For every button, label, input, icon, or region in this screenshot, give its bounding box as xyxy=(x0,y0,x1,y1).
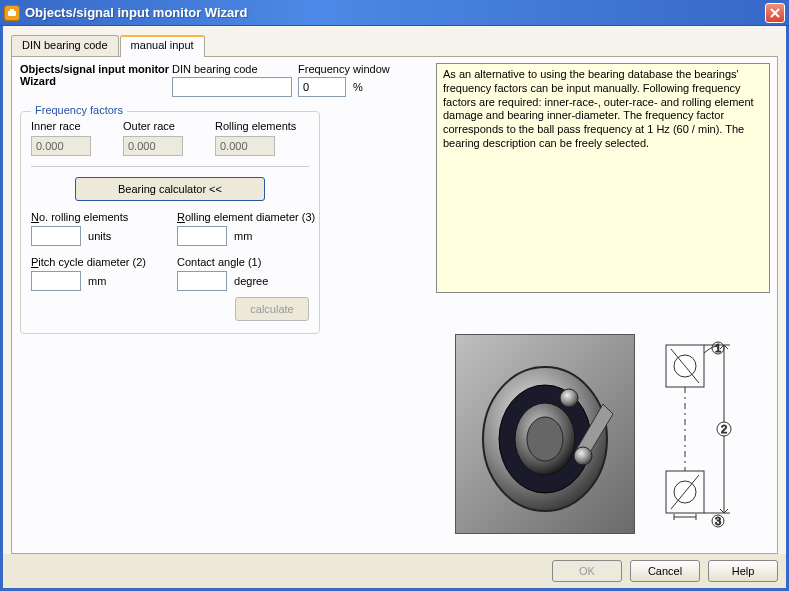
rolling-elements-label: Rolling elements xyxy=(215,120,296,132)
app-icon xyxy=(4,5,20,21)
no-rolling-label: No. rolling elements xyxy=(31,211,171,223)
inner-race-input xyxy=(31,136,91,156)
no-rolling-cell: No. rolling elements units xyxy=(31,211,171,246)
contact-label: Contact angle (1) xyxy=(177,256,317,268)
pitch-unit: mm xyxy=(88,275,106,287)
freq-window-block: Frequency window % xyxy=(298,63,390,97)
outer-race-input xyxy=(123,136,183,156)
outer-race-col: Outer race xyxy=(123,120,183,156)
svg-rect-0 xyxy=(8,11,16,16)
roll-diam-unit: mm xyxy=(234,230,252,242)
diagram-mark-3: 3 xyxy=(715,515,721,527)
no-rolling-unit: units xyxy=(88,230,111,242)
bearing-diagram-svg: 1 3 xyxy=(646,339,746,529)
pitch-cell: Pitch cycle diameter (2) mm xyxy=(31,256,171,291)
bearing-calculator-button[interactable]: Bearing calculator << xyxy=(75,177,265,201)
header-row: Objects/signal input monitor Wizard DIN … xyxy=(20,63,430,97)
window: Objects/signal input monitor Wizard DIN … xyxy=(0,0,789,591)
no-rolling-input[interactable] xyxy=(31,226,81,246)
frequency-factors-group: Frequency factors Inner race Outer race … xyxy=(20,111,320,334)
left-column: Objects/signal input monitor Wizard DIN … xyxy=(20,63,430,334)
bearing-photo-svg xyxy=(465,344,625,524)
tab-din-bearing-code[interactable]: DIN bearing code xyxy=(11,35,119,57)
outer-race-label: Outer race xyxy=(123,120,183,132)
wizard-title: Objects/signal input monitor Wizard xyxy=(20,63,172,87)
bearing-diagram: 1 3 xyxy=(641,334,751,534)
rolling-elements-input xyxy=(215,136,275,156)
calculate-button: calculate xyxy=(235,297,309,321)
bearing-photo xyxy=(455,334,635,534)
inner-race-col: Inner race xyxy=(31,120,91,156)
diagram-mark-2: 2 xyxy=(721,423,727,435)
button-bar: OK Cancel Help xyxy=(3,554,786,588)
svg-point-7 xyxy=(527,417,563,461)
roll-diam-label: Rolling element diameter (3) xyxy=(177,211,317,223)
outer-panel: DIN bearing code manual input Objects/si… xyxy=(0,26,789,591)
inner-race-label: Inner race xyxy=(31,120,91,132)
help-text: As an alternative to using the bearing d… xyxy=(436,63,770,293)
pitch-input[interactable] xyxy=(31,271,81,291)
roll-diam-input[interactable] xyxy=(177,226,227,246)
help-button[interactable]: Help xyxy=(708,560,778,582)
contact-cell: Contact angle (1) degree xyxy=(177,256,317,291)
din-block: DIN bearing code xyxy=(172,63,298,97)
tab-content: Objects/signal input monitor Wizard DIN … xyxy=(11,56,778,554)
svg-point-8 xyxy=(560,389,578,407)
pitch-label: Pitch cycle diameter (2) xyxy=(31,256,171,268)
din-bearing-code-input[interactable] xyxy=(172,77,292,97)
din-label: DIN bearing code xyxy=(172,63,298,75)
divider xyxy=(31,166,309,167)
freq-window-label: Frequency window xyxy=(298,63,390,75)
rolling-elements-col: Rolling elements xyxy=(215,120,296,156)
titlebar: Objects/signal input monitor Wizard xyxy=(0,0,789,26)
close-button[interactable] xyxy=(765,3,785,23)
titlebar-text: Objects/signal input monitor Wizard xyxy=(25,5,765,20)
close-icon xyxy=(770,8,780,18)
freq-window-input[interactable] xyxy=(298,77,346,97)
tabs: DIN bearing code manual input xyxy=(11,34,778,56)
svg-point-9 xyxy=(574,447,592,465)
wizard-title-block: Objects/signal input monitor Wizard xyxy=(20,63,172,97)
contact-unit: degree xyxy=(234,275,268,287)
factors-row: Inner race Outer race Rolling elements xyxy=(31,120,309,156)
ok-button: OK xyxy=(552,560,622,582)
roll-diam-cell: Rolling element diameter (3) mm xyxy=(177,211,317,246)
contact-input[interactable] xyxy=(177,271,227,291)
image-area: 1 3 xyxy=(436,317,770,551)
frequency-factors-title: Frequency factors xyxy=(31,104,127,116)
cancel-button[interactable]: Cancel xyxy=(630,560,700,582)
calc-grid: No. rolling elements units Rolling eleme… xyxy=(31,211,309,291)
svg-rect-1 xyxy=(10,9,14,11)
tab-manual-input[interactable]: manual input xyxy=(120,35,205,57)
percent-label: % xyxy=(353,81,363,93)
